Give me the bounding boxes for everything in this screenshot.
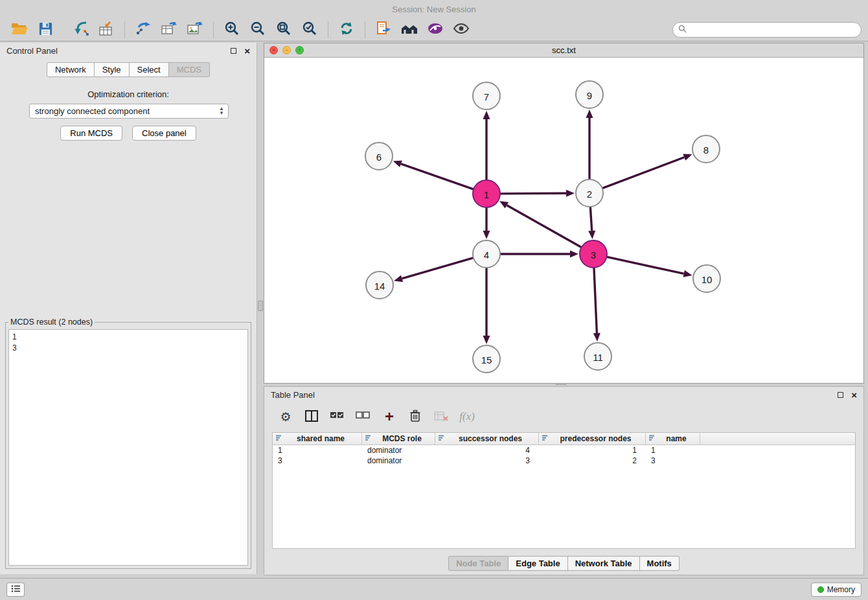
import-network-button[interactable]: [67, 19, 93, 40]
zoom-selected-button[interactable]: [297, 19, 323, 40]
node-15[interactable]: 15: [473, 345, 500, 373]
main-toolbar: [0, 18, 868, 41]
tab-network[interactable]: Network: [47, 62, 95, 77]
cell-successor-nodes[interactable]: 4: [435, 446, 539, 455]
float-table-panel-icon[interactable]: [838, 392, 843, 398]
ndex-button[interactable]: [396, 19, 422, 40]
svg-text:3: 3: [591, 249, 596, 260]
svg-text:4: 4: [484, 249, 489, 260]
plus-icon: +: [385, 410, 394, 423]
cell-name[interactable]: 3: [646, 456, 700, 465]
column-sort-icon: [275, 434, 282, 443]
eye-icon: [453, 22, 470, 37]
function-builder-button[interactable]: f(x): [459, 407, 475, 426]
column-header-predecessor-nodes[interactable]: predecessor nodes: [539, 433, 646, 444]
search-box[interactable]: [672, 22, 862, 38]
export-network-button[interactable]: [130, 19, 156, 40]
cell-mcds-role[interactable]: dominator: [362, 456, 435, 465]
table-options-button[interactable]: ⚙: [277, 407, 294, 426]
node-1[interactable]: 1: [473, 180, 500, 207]
table-row[interactable]: 1dominator411: [273, 445, 855, 456]
edge-3-1[interactable]: [507, 205, 581, 248]
unselect-all-columns-button[interactable]: [355, 407, 372, 426]
zoom-out-button[interactable]: [245, 19, 271, 40]
node-10[interactable]: 10: [693, 265, 720, 292]
export-table-button[interactable]: [156, 19, 182, 40]
tab-network-table[interactable]: Network Table: [568, 556, 640, 571]
cell-predecessor-nodes[interactable]: 1: [539, 446, 646, 455]
mcds-result-textarea[interactable]: 13: [8, 329, 248, 566]
node-6[interactable]: 6: [365, 143, 393, 170]
tab-style[interactable]: Style: [95, 62, 130, 77]
column-header-label: successor nodes: [445, 434, 536, 443]
style-tools-button[interactable]: [422, 19, 448, 40]
node-2[interactable]: 2: [576, 179, 603, 207]
export-image-button[interactable]: [182, 19, 208, 40]
open-manual-button[interactable]: [371, 19, 396, 40]
node-3[interactable]: 3: [580, 240, 607, 268]
panel-splitter-handle[interactable]: [258, 301, 263, 311]
tab-mcds[interactable]: MCDS: [169, 62, 210, 77]
network-canvas[interactable]: 7968124314101511: [264, 58, 863, 383]
node-11[interactable]: 11: [584, 343, 611, 370]
apply-layout-button[interactable]: [334, 19, 360, 40]
cell-shared-name[interactable]: 1: [273, 446, 362, 455]
edge-2-8[interactable]: [602, 157, 685, 189]
delete-table-button[interactable]: [433, 407, 450, 426]
cell-shared-name[interactable]: 3: [273, 456, 362, 465]
arrowhead-2-3: [588, 231, 595, 239]
edge-1-6[interactable]: [401, 164, 474, 189]
select-all-columns-button[interactable]: [329, 407, 346, 426]
cell-name[interactable]: 1: [646, 446, 700, 455]
column-header-successor-nodes[interactable]: successor nodes: [435, 433, 539, 444]
svg-text:15: 15: [481, 354, 492, 365]
edge-4-14[interactable]: [402, 258, 474, 279]
cell-mcds-role[interactable]: dominator: [362, 446, 435, 455]
column-header-mcds-role[interactable]: MCDS role: [362, 433, 435, 444]
show-columns-button[interactable]: [303, 407, 320, 426]
node-9[interactable]: 9: [576, 81, 603, 108]
node-7[interactable]: 7: [473, 82, 500, 110]
ndex-home-icon: [400, 21, 418, 38]
delete-columns-button[interactable]: [407, 407, 424, 426]
node-8[interactable]: 8: [692, 135, 720, 163]
cell-successor-nodes[interactable]: 3: [435, 456, 539, 465]
zoom-fit-button[interactable]: [271, 19, 297, 40]
import-table-button[interactable]: [93, 19, 119, 40]
close-panel-icon[interactable]: ×: [244, 46, 250, 56]
graphics-details-button[interactable]: [448, 19, 474, 40]
zoom-in-button[interactable]: [219, 19, 245, 40]
save-session-button[interactable]: [32, 19, 58, 40]
edge-3-11[interactable]: [594, 268, 597, 333]
open-folder-icon: [10, 21, 29, 38]
float-panel-icon[interactable]: [231, 48, 236, 54]
open-session-button[interactable]: [6, 19, 32, 40]
tab-motifs[interactable]: Motifs: [640, 556, 680, 571]
edge-2-3[interactable]: [590, 207, 591, 231]
node-4[interactable]: 4: [473, 240, 500, 268]
search-input[interactable]: [689, 23, 861, 36]
arrowhead-4-3: [570, 251, 578, 258]
close-table-panel-icon[interactable]: ×: [851, 390, 857, 400]
tab-edge-table[interactable]: Edge Table: [508, 556, 567, 571]
tab-node-table[interactable]: Node Table: [448, 556, 508, 571]
edge-3-10[interactable]: [607, 257, 684, 273]
create-column-button[interactable]: +: [381, 407, 398, 426]
tab-select[interactable]: Select: [130, 62, 169, 77]
column-header-shared-name[interactable]: shared name: [273, 433, 362, 444]
edge-1-2[interactable]: [500, 193, 566, 194]
table-row[interactable]: 3dominator323: [273, 456, 855, 466]
control-panel-tabs: NetworkStyleSelectMCDS: [0, 62, 257, 77]
run-mcds-button[interactable]: Run MCDS: [60, 126, 122, 141]
column-sort-icon: [438, 434, 445, 443]
table-panel-title: Table Panel: [271, 390, 315, 400]
close-panel-button[interactable]: Close panel: [132, 126, 196, 141]
optimization-dropdown[interactable]: strongly connected component ▲▼: [29, 104, 229, 119]
column-header-name[interactable]: name: [646, 433, 700, 444]
network-graph[interactable]: 7968124314101511: [264, 58, 863, 383]
memory-button[interactable]: Memory: [811, 583, 862, 597]
node-14[interactable]: 14: [366, 271, 393, 299]
memory-status-icon: [817, 586, 824, 593]
panel-menu-button[interactable]: [6, 583, 25, 597]
cell-predecessor-nodes[interactable]: 2: [539, 456, 646, 465]
